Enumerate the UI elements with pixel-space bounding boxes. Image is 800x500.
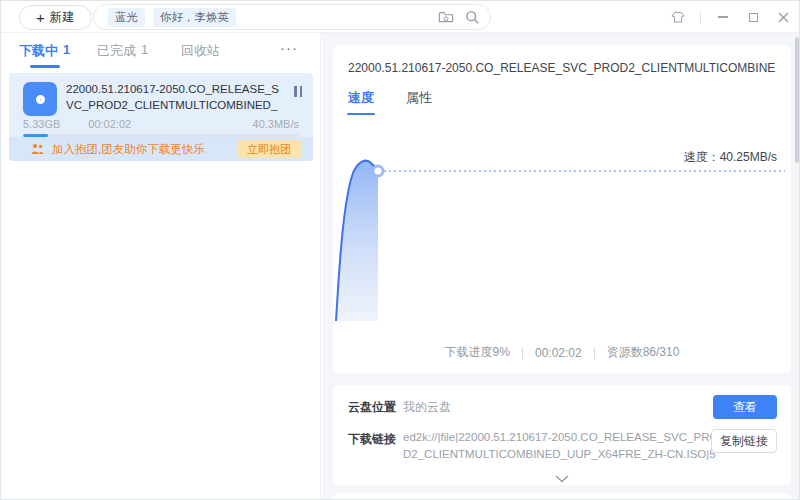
speed-chart <box>333 111 791 331</box>
window-controls <box>670 1 791 33</box>
tab-count: 1 <box>63 42 70 60</box>
plus-icon: + <box>36 10 45 25</box>
skin-theme-icon[interactable] <box>670 9 686 25</box>
task-size: 5.33GB <box>23 118 60 130</box>
next-card-partial <box>333 493 791 500</box>
task-filename: 22000.51.210617-2050.CO_RELEASE_SVC_PROD… <box>66 81 280 114</box>
task-list-panel: 下载中 1 已完成 1 回收站 ··· 22000.51.210617-2050… <box>1 33 321 500</box>
detail-panel: 22000.51.210617-2050.CO_RELEASE_SVC_PROD… <box>322 33 800 500</box>
tab-label: 速度 <box>348 90 374 105</box>
cloud-location-value: 我的云盘 <box>403 399 451 416</box>
new-task-label: 新建 <box>50 9 75 26</box>
chevron-down-icon[interactable] <box>555 475 569 483</box>
view-cloud-button[interactable]: 查看 <box>713 395 777 419</box>
collection-folder-icon[interactable] <box>438 9 454 25</box>
promo-banner[interactable]: 加入抱团,团友助你下载更快乐 立即抱团 <box>9 137 313 161</box>
download-task-item[interactable]: 22000.51.210617-2050.CO_RELEASE_SVC_PROD… <box>9 73 313 161</box>
more-menu-button[interactable]: ··· <box>280 39 298 56</box>
pause-icon[interactable] <box>294 86 302 97</box>
join-group-button[interactable]: 立即抱团 <box>237 140 301 158</box>
cloud-location-label: 云盘位置 <box>348 399 396 416</box>
elapsed-time-text: 00:02:02 <box>535 346 582 360</box>
resource-count-text: 资源数86/310 <box>607 344 680 361</box>
close-button[interactable] <box>775 9 791 25</box>
new-task-button[interactable]: + 新建 <box>19 5 92 30</box>
task-stats: 5.33GB 00:02:02 40.3MB/s <box>23 118 299 130</box>
download-manager-window: + 新建 蓝光 你好，李焕英 <box>0 0 800 500</box>
maximize-button[interactable] <box>745 9 761 25</box>
chart-footer-stats: 下载进度9% 00:02:02 资源数86/310 <box>333 344 791 361</box>
download-link-value: ed2k://|file|22000.51.210617-2050.CO_REL… <box>403 429 721 464</box>
search-tag[interactable]: 蓝光 <box>108 8 145 27</box>
task-elapsed: 00:02:02 <box>88 118 131 130</box>
divider <box>700 11 701 24</box>
download-progress-text: 下载进度9% <box>445 344 510 361</box>
panel-scrollbar[interactable] <box>795 37 799 163</box>
tab-count: 1 <box>141 42 148 60</box>
group-people-icon <box>31 143 44 155</box>
current-speed-marker <box>373 166 383 176</box>
current-speed-label: 速度：40.25MB/s <box>684 149 777 166</box>
search-input[interactable]: 蓝光 你好，李焕英 <box>93 4 491 30</box>
list-tabs: 下载中 1 已完成 1 回收站 ··· <box>1 33 320 69</box>
tab-label: 下载中 <box>19 42 58 60</box>
search-icon[interactable] <box>464 9 480 25</box>
file-info-card: 云盘位置 我的云盘 查看 下载链接 ed2k://|file|22000.51.… <box>333 385 791 485</box>
tab-label: 已完成 <box>97 42 136 60</box>
tab-downloading[interactable]: 下载中 1 <box>19 42 70 60</box>
top-bar: + 新建 蓝光 你好，李焕英 <box>1 1 799 33</box>
tab-label: 回收站 <box>181 42 220 60</box>
tab-label: 属性 <box>406 90 432 105</box>
task-speed: 40.3MB/s <box>253 118 299 130</box>
copy-link-button[interactable]: 复制链接 <box>711 429 777 453</box>
divider <box>594 347 595 359</box>
divider <box>522 347 523 359</box>
tab-recycle-bin[interactable]: 回收站 <box>181 42 220 60</box>
detail-title: 22000.51.210617-2050.CO_RELEASE_SVC_PROD… <box>348 61 776 75</box>
promo-text: 加入抱团,团友助你下载更快乐 <box>52 142 205 157</box>
tab-completed[interactable]: 已完成 1 <box>97 42 148 60</box>
search-tag[interactable]: 你好，李焕英 <box>153 8 236 27</box>
speed-chart-card: 22000.51.210617-2050.CO_RELEASE_SVC_PROD… <box>333 45 791 373</box>
iso-file-icon <box>23 82 57 116</box>
search-suggestions: 蓝光 你好，李焕英 <box>108 8 438 27</box>
minimize-button[interactable] <box>715 9 731 25</box>
download-link-label: 下载链接 <box>348 431 396 448</box>
